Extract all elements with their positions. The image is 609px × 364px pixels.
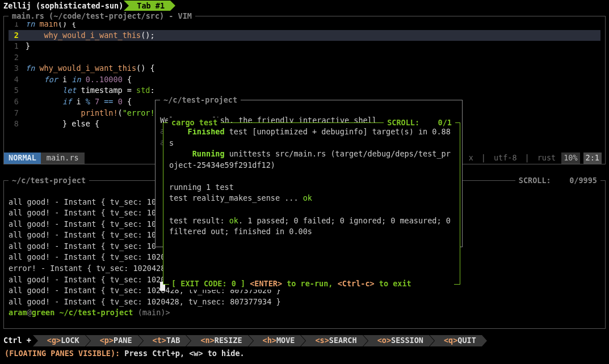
status-filename: main.rs [41, 153, 85, 164]
prompt-char[interactable]: > [165, 308, 170, 317]
key-label: MOVE [276, 335, 295, 346]
cargo-exit-line: [ EXIT CODE: 0 ] <ENTER> to re-run, <Ctr… [169, 278, 454, 290]
tab-active[interactable]: Tab #1 [129, 1, 170, 11]
keybind-pane[interactable]: <p> PANE [91, 335, 138, 346]
key-hint: <q> [444, 335, 457, 346]
key-label: PANE [114, 335, 132, 346]
keyword: fn [26, 64, 35, 73]
scroll-label: SCROLL: [387, 118, 419, 127]
fn-name: why_would_i_want_this [39, 64, 136, 73]
output-pane-title: ~/c/test-project [9, 175, 89, 187]
output-line: all good! - Instant { tv_sec: 10 [9, 242, 156, 251]
gutter: 6 [9, 96, 26, 108]
string: "error! [123, 108, 155, 117]
number: 0..10000 [86, 75, 123, 84]
key-label: SEARCH [329, 335, 357, 346]
editor-pane-title: main.rs (~/code/test-project/src) - VIM [9, 11, 195, 22]
number: 7 [95, 97, 99, 106]
code-text: i [76, 97, 81, 106]
status-x: x [467, 153, 476, 164]
cargo-running-label: Running [192, 149, 225, 158]
prompt-user: aram [9, 308, 27, 317]
code-text: = [123, 86, 136, 95]
output-line: all good! - Instant { tv_sec: 1020 [9, 252, 165, 261]
cargo-text: test reality_makes_sense ... [169, 193, 303, 202]
gutter: 2 [9, 52, 26, 64]
cargo-text: running 1 test [169, 183, 234, 192]
key-label: QUIT [457, 335, 476, 346]
hint-key: <w> [189, 349, 203, 358]
number: 0 [118, 97, 123, 106]
hint-key: Ctrl+p [152, 349, 180, 358]
code-text: { [123, 97, 132, 106]
key-hint: <s> [315, 335, 329, 346]
code-text: () { [136, 64, 155, 73]
keybind-bar: Ctrl + <g> LOCK <p> PANE <t> TAB <n> RES… [3, 335, 606, 347]
keybind-session[interactable]: <o> SESSION [368, 335, 429, 346]
key-label: LOCK [61, 335, 79, 346]
keybind-prefix: Ctrl + [3, 335, 32, 346]
scroll-label: SCROLL: [519, 176, 551, 185]
code-text: (); [141, 31, 154, 40]
keybind-search[interactable]: <s> SEARCH [306, 335, 362, 346]
status-position: 2:1 [583, 153, 602, 164]
cargo-text: to exit [375, 279, 411, 288]
output-line: all good! - Instant { tv_sec: 10 [9, 208, 156, 217]
ctrl-c-key-hint: <Ctrl-c> [338, 279, 375, 288]
cargo-text: to re-run, [282, 279, 338, 288]
floating-cargo-pane[interactable]: cargo test SCROLL: 0/1 Finished test [un… [163, 122, 460, 285]
operator: == [99, 97, 118, 106]
macro: println! [81, 108, 118, 117]
hint-text: to hide. [203, 349, 245, 358]
gutter: 5 [9, 85, 26, 96]
exit-code-label: [ EXIT CODE: 0 ] [171, 279, 250, 288]
keybind-quit[interactable]: <q> QUIT [435, 335, 482, 346]
keybind-tab[interactable]: <t> TAB [144, 335, 186, 346]
keyword: for [44, 75, 58, 84]
hint-label: FLOATING PANES VISIBLE [9, 349, 111, 358]
cargo-pane-title: cargo test [168, 117, 221, 129]
app-name: Zellij [3, 1, 31, 12]
keybind-lock[interactable]: <g> LOCK [38, 335, 85, 346]
vim-mode: NORMAL [4, 153, 41, 164]
key-hint: <g> [47, 335, 61, 346]
gutter: 3 [9, 63, 26, 74]
code-text: { [123, 75, 132, 84]
keyword: let [62, 86, 76, 95]
key-hint: <p> [100, 335, 114, 346]
output-line: error! - Instant { tv_sec: 1020428 [9, 264, 165, 273]
prompt-host: green [32, 308, 55, 317]
key-label: SESSION [391, 335, 423, 346]
top-bar: Zellij (sophisticated-sun) Tab #1 [0, 0, 609, 12]
floating-panes-hint: (FLOATING PANES VISIBLE): Press Ctrl+p, … [3, 347, 606, 361]
key-label: TAB [166, 335, 180, 346]
output-scroll-indicator: SCROLL: 0/9995 [515, 175, 600, 187]
scroll-value: 0/1 [438, 118, 452, 127]
code-text: timestamp [81, 86, 123, 95]
hint-text: , [180, 349, 189, 358]
scroll-value: 0/9995 [569, 176, 597, 185]
status-percent: 10% [561, 153, 579, 164]
cargo-ok: ok [303, 193, 312, 202]
key-hint: <n> [200, 335, 214, 346]
module: std [136, 86, 150, 95]
hint-text: Press [120, 349, 152, 358]
keyword: if [62, 97, 72, 106]
gutter: 1 [9, 41, 26, 52]
code-text: } else { [62, 119, 99, 128]
fish-pane-title: ~/c/test-project [160, 95, 241, 106]
key-hint: <o> [377, 335, 391, 346]
gutter: 7 [9, 108, 26, 119]
gutter: 8 [9, 118, 26, 130]
code-text: : [150, 86, 155, 95]
gutter-active: 2 [9, 30, 26, 41]
keybind-move[interactable]: <h> MOVE [254, 335, 301, 346]
cargo-output: Finished test [unoptimized + debuginfo] … [163, 123, 460, 241]
keybind-resize[interactable]: <n> RESIZE [191, 335, 247, 346]
hint-paren: ( [5, 349, 9, 358]
output-line: all good! - Instant { tv_sec: 10 [9, 197, 156, 206]
cargo-scroll-indicator: SCROLL: 0/1 [384, 117, 455, 129]
code-text: ( [118, 108, 123, 117]
output-line: all good! - Instant { tv_sec: 1020428, t… [9, 297, 281, 306]
status-right: x | utf-8 | rust 10% 2:1 [467, 153, 605, 164]
